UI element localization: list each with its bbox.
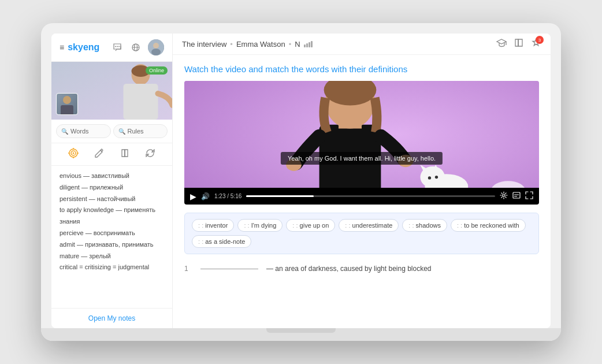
svg-point-15 bbox=[73, 153, 75, 154]
logo-text: skyeng bbox=[68, 42, 99, 53]
logo-sky: sky bbox=[68, 42, 83, 52]
separator2: • bbox=[289, 40, 292, 49]
logo: ≡ skyeng bbox=[60, 42, 99, 53]
svg-point-35 bbox=[503, 194, 505, 196]
def-text-1: — an area of darkness, caused by light b… bbox=[266, 265, 539, 273]
definitions-area: 1 — an area of darkness, caused by light… bbox=[184, 262, 539, 281]
hat-icon[interactable] bbox=[496, 38, 507, 50]
video-thumbnail: Yeah, oh my God. I want them all. Hi, li… bbox=[184, 81, 539, 188]
vocab-item[interactable]: admit — признавать, принимать bbox=[60, 239, 164, 251]
top-bar-actions: 3 bbox=[496, 38, 541, 50]
word-chip-reckoned[interactable]: : to be reckoned with bbox=[451, 219, 526, 232]
vocab-item[interactable]: mature — зрелый bbox=[60, 251, 164, 262]
volume-icon[interactable]: 🔊 bbox=[201, 192, 210, 200]
vocab-item[interactable]: percieve — воспринимать bbox=[60, 228, 164, 239]
toolbar-icon-refresh[interactable] bbox=[145, 148, 155, 161]
svg-point-8 bbox=[151, 49, 161, 55]
search-words-label: Words bbox=[70, 128, 89, 135]
book-icon[interactable] bbox=[514, 38, 524, 50]
search-words-tab[interactable]: 🔍 Words bbox=[56, 124, 111, 138]
toolbar-icon-book[interactable] bbox=[120, 148, 130, 161]
svg-point-32 bbox=[428, 176, 431, 179]
search-words-icon: 🔍 bbox=[61, 128, 68, 135]
user-avatar[interactable] bbox=[148, 39, 164, 55]
def-blank-1[interactable] bbox=[200, 269, 258, 269]
word-chip-giveup[interactable]: : give up on bbox=[286, 219, 335, 232]
teacher-name: Emma Watson bbox=[236, 40, 285, 49]
svg-point-7 bbox=[153, 43, 159, 49]
toolbar-icon-pencil[interactable] bbox=[94, 148, 104, 161]
signal-bar2 bbox=[306, 43, 308, 47]
pin-icon[interactable]: 3 bbox=[531, 38, 541, 50]
word-chip-inventor[interactable]: : inventor bbox=[192, 219, 234, 232]
vocab-item[interactable]: diligent — прилежный bbox=[60, 182, 164, 194]
online-badge: Online bbox=[146, 66, 168, 75]
small-video-inset bbox=[56, 93, 78, 115]
lesson-level: N bbox=[295, 40, 300, 49]
definition-row-1: 1 — an area of darkness, caused by light… bbox=[184, 265, 539, 273]
video-subtitle: Yeah, oh my God. I want them all. Hi, li… bbox=[281, 152, 443, 165]
svg-point-0 bbox=[115, 46, 116, 47]
separator: • bbox=[230, 40, 233, 49]
svg-point-2 bbox=[118, 46, 120, 47]
vocab-item[interactable]: critical = critisizing = judgmental bbox=[60, 262, 164, 273]
word-chips-area: : inventor : I'm dying : give up on : un… bbox=[184, 213, 539, 254]
menu-icon[interactable]: ≡ bbox=[60, 43, 64, 52]
search-rules-label: Rules bbox=[128, 128, 144, 135]
svg-point-33 bbox=[435, 176, 438, 179]
video-preview: Online bbox=[51, 62, 172, 120]
laptop-outer: ≡ skyeng bbox=[41, 23, 561, 341]
vocab-list: envious — завистливый diligent — прилежн… bbox=[51, 166, 172, 308]
main-content: The interview • Emma Watson • N bbox=[173, 34, 551, 328]
search-tabs: 🔍 Words 🔍 Rules bbox=[51, 120, 172, 143]
svg-point-1 bbox=[117, 46, 118, 47]
vocab-item[interactable]: persistent — настойчивый bbox=[60, 194, 164, 205]
ctrl-icons bbox=[500, 191, 533, 201]
def-number-1: 1 bbox=[184, 265, 192, 273]
video-controls: ▶ 🔊 1:23 / 5:16 bbox=[184, 188, 539, 205]
app-container: ≡ skyeng bbox=[51, 34, 551, 328]
subtitles-icon[interactable] bbox=[512, 191, 521, 201]
chat-icon[interactable] bbox=[111, 41, 124, 54]
small-person-head bbox=[63, 96, 71, 104]
content-area: Watch the video and match the words with… bbox=[173, 55, 551, 328]
settings-icon[interactable] bbox=[500, 191, 508, 201]
logo-eng: eng bbox=[83, 42, 99, 52]
search-rules-tab[interactable]: 🔍 Rules bbox=[113, 124, 168, 138]
sidebar-header: ≡ skyeng bbox=[51, 34, 172, 62]
word-chip-sidenote[interactable]: : as a side-note bbox=[192, 235, 251, 248]
small-person-body bbox=[61, 105, 73, 114]
laptop-base bbox=[41, 328, 561, 341]
exercise-title: Watch the video and match the words with… bbox=[184, 64, 539, 74]
top-bar: The interview • Emma Watson • N bbox=[173, 34, 551, 55]
laptop-screen: ≡ skyeng bbox=[51, 34, 551, 328]
vocab-item[interactable]: envious — завистливый bbox=[60, 170, 164, 182]
signal-bar4 bbox=[311, 41, 313, 47]
search-rules-icon: 🔍 bbox=[118, 128, 125, 135]
time-total: 5:16 bbox=[231, 193, 241, 199]
toolbar-icons bbox=[51, 143, 172, 166]
sidebar: ≡ skyeng bbox=[51, 34, 173, 328]
video-player[interactable]: Yeah, oh my God. I want them all. Hi, li… bbox=[184, 81, 539, 205]
signal-icon bbox=[304, 41, 313, 47]
toolbar-icon-target[interactable] bbox=[68, 148, 79, 161]
word-chip-underestimate[interactable]: : underestimate bbox=[339, 219, 399, 232]
svg-rect-12 bbox=[124, 84, 158, 120]
signal-bar1 bbox=[304, 44, 306, 47]
time-display: 1:23 / 5:16 bbox=[214, 193, 241, 199]
open-notes-button[interactable]: Open My notes bbox=[51, 308, 172, 328]
word-chip-dying[interactable]: : I'm dying bbox=[237, 219, 283, 232]
time-current: 1:23 bbox=[214, 193, 225, 199]
lesson-title: The interview bbox=[182, 40, 226, 49]
play-button[interactable]: ▶ bbox=[190, 192, 196, 201]
notification-badge: 3 bbox=[536, 36, 544, 44]
expand-icon[interactable] bbox=[525, 191, 533, 201]
globe-icon[interactable] bbox=[129, 41, 142, 54]
word-chip-shadows[interactable]: : shadows bbox=[402, 219, 447, 232]
progress-bar[interactable] bbox=[246, 195, 495, 197]
lesson-info: The interview • Emma Watson • N bbox=[182, 40, 313, 49]
signal-bar3 bbox=[309, 42, 310, 47]
progress-fill bbox=[246, 195, 313, 197]
vocab-item[interactable]: to apply knowledge — применять знания bbox=[60, 205, 164, 228]
svg-rect-36 bbox=[513, 192, 520, 198]
